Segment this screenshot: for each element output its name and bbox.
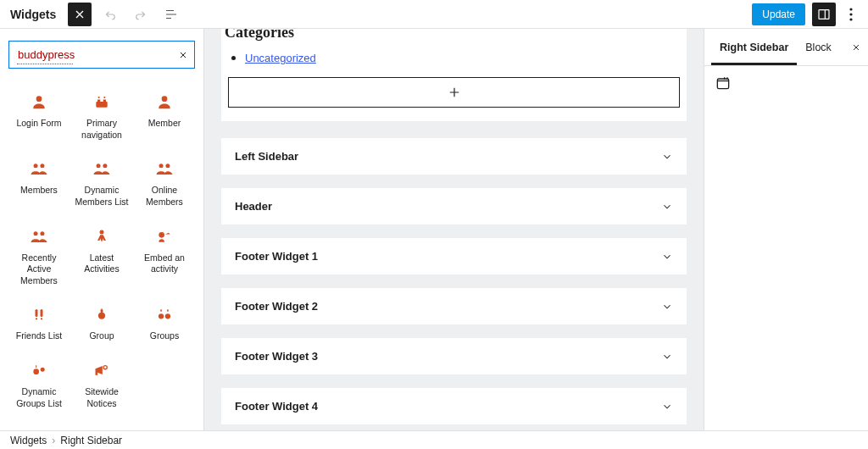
chevron-down-icon xyxy=(661,351,673,363)
breadcrumb: Widgets › Right Sidebar xyxy=(0,430,868,449)
chevron-down-icon xyxy=(661,201,673,213)
block-login-form[interactable]: Login Form xyxy=(8,86,70,147)
megaphone-icon xyxy=(92,361,111,380)
block-online-members[interactable]: Online Members xyxy=(134,152,195,214)
cake-icon xyxy=(92,92,111,111)
groupdyn-icon xyxy=(30,361,48,380)
clear-search-button[interactable] xyxy=(178,50,188,60)
block-group[interactable]: Group xyxy=(71,298,132,349)
settings-tabs: Right SidebarBlock xyxy=(704,29,868,66)
widget-area-footer-widget-2[interactable]: Footer Widget 2 xyxy=(221,288,687,324)
svg-point-17 xyxy=(100,230,104,234)
svg-rect-0 xyxy=(819,9,829,19)
svg-point-11 xyxy=(97,164,101,169)
block-label: Members xyxy=(20,185,58,197)
chevron-right-icon: › xyxy=(52,435,55,446)
svg-point-10 xyxy=(40,164,44,169)
block-sitewide-notices[interactable]: Sitewide Notices xyxy=(71,354,132,416)
settings-body xyxy=(704,66,868,100)
block-label: Group xyxy=(89,330,114,342)
search-input[interactable] xyxy=(8,41,195,69)
users-icon xyxy=(155,159,174,178)
svg-point-4 xyxy=(36,96,42,102)
widget-area-footer-widget-1[interactable]: Footer Widget 1 xyxy=(221,238,687,274)
widget-canvas[interactable]: Categories Uncategorized Left Sidebar He… xyxy=(204,29,704,430)
svg-point-3 xyxy=(849,18,852,20)
options-button[interactable] xyxy=(843,3,860,26)
svg-rect-19 xyxy=(36,309,38,317)
svg-point-8 xyxy=(162,96,168,102)
close-settings-button[interactable] xyxy=(851,42,861,53)
page-title: Widgets xyxy=(8,8,61,21)
svg-point-24 xyxy=(101,309,103,311)
svg-point-26 xyxy=(165,314,170,319)
block-primary-navigation[interactable]: Primary navigation xyxy=(71,86,132,147)
document-overview-button[interactable] xyxy=(159,3,183,26)
block-friends-list[interactable]: Friends List xyxy=(8,298,70,349)
category-link[interactable]: Uncategorized xyxy=(245,52,316,64)
widget-area-footer-widget-4[interactable]: Footer Widget 4 xyxy=(221,388,687,424)
block-dynamic-members-list[interactable]: Dynamic Members List xyxy=(71,152,132,214)
group-icon xyxy=(92,305,111,324)
block-label: Online Members xyxy=(136,185,193,208)
topbar-right: Update xyxy=(752,3,860,26)
categories-list: Uncategorized xyxy=(221,50,687,65)
area-label: Footer Widget 4 xyxy=(235,400,318,413)
block-label: Primary navigation xyxy=(73,118,131,141)
undo-button[interactable] xyxy=(98,3,122,26)
widget-area-icon xyxy=(715,75,858,91)
svg-point-6 xyxy=(98,97,100,98)
block-members[interactable]: Members xyxy=(8,152,70,214)
widget-area-header[interactable]: Header xyxy=(221,188,687,224)
widget-area-footer-widget-3[interactable]: Footer Widget 3 xyxy=(221,338,687,374)
svg-rect-34 xyxy=(717,79,728,89)
svg-rect-5 xyxy=(96,102,107,108)
chevron-down-icon xyxy=(661,401,673,413)
editor-topbar: Widgets Update xyxy=(0,0,868,29)
update-button[interactable]: Update xyxy=(752,3,805,25)
widget-area-left-sidebar[interactable]: Left Sidebar xyxy=(221,138,687,175)
block-embed-an-activity[interactable]: Embed an activity xyxy=(134,220,195,294)
svg-point-29 xyxy=(33,369,39,374)
block-label: Member xyxy=(148,118,181,130)
svg-point-1 xyxy=(849,8,852,10)
settings-panel: Right SidebarBlock xyxy=(704,29,868,430)
svg-point-18 xyxy=(159,232,164,238)
area-label: Header xyxy=(235,200,272,213)
svg-point-13 xyxy=(159,164,164,169)
block-grid: Login Form Primary navigation Member Mem… xyxy=(8,86,195,416)
redo-button[interactable] xyxy=(129,3,153,26)
activity-icon xyxy=(92,227,111,246)
chevron-down-icon xyxy=(661,151,673,163)
close-inserter-button[interactable] xyxy=(68,3,92,26)
svg-point-14 xyxy=(165,164,170,169)
categories-widget[interactable]: Categories Uncategorized xyxy=(221,29,687,121)
svg-point-7 xyxy=(103,97,105,98)
block-search xyxy=(8,41,195,69)
svg-point-25 xyxy=(159,314,164,319)
settings-toggle-button[interactable] xyxy=(812,3,836,26)
groups-icon xyxy=(155,305,174,324)
crumb[interactable]: Right Sidebar xyxy=(60,435,122,446)
block-latest-activities[interactable]: Latest Activities xyxy=(71,220,132,294)
users-icon xyxy=(92,159,111,178)
block-dynamic-groups-list[interactable]: Dynamic Groups List xyxy=(8,354,70,416)
block-label: Embed an activity xyxy=(136,252,193,275)
block-groups[interactable]: Groups xyxy=(134,298,195,349)
area-label: Footer Widget 3 xyxy=(235,350,318,363)
block-recently-active-members[interactable]: Recently Active Members xyxy=(8,220,70,294)
user-icon xyxy=(155,92,174,111)
block-label: Login Form xyxy=(16,118,61,130)
area-label: Footer Widget 1 xyxy=(235,250,318,263)
svg-point-9 xyxy=(34,164,38,169)
svg-point-2 xyxy=(849,13,852,15)
area-label: Left Sidebar xyxy=(235,150,298,163)
tab-right-sidebar[interactable]: Right Sidebar xyxy=(711,29,797,65)
add-block-button[interactable] xyxy=(228,77,680,108)
block-label: Latest Activities xyxy=(73,252,131,275)
block-member[interactable]: Member xyxy=(134,86,195,147)
block-label: Friends List xyxy=(16,330,62,342)
tab-block[interactable]: Block xyxy=(797,29,840,65)
crumb[interactable]: Widgets xyxy=(10,435,47,446)
svg-point-12 xyxy=(103,164,107,169)
